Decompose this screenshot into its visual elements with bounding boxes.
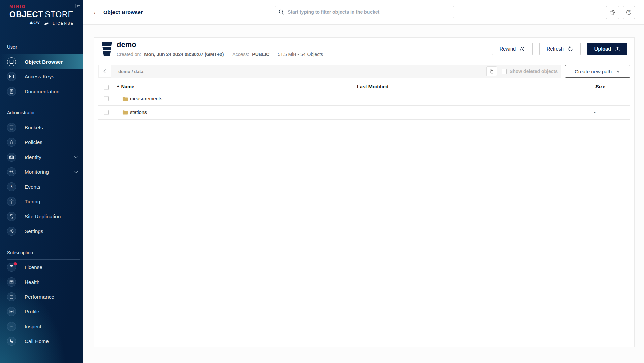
license-word: LICENSE — [53, 22, 74, 25]
settings-button[interactable] — [606, 6, 619, 19]
brand-wordmark: MINIO — [9, 4, 74, 9]
object-browser-icon — [7, 57, 16, 66]
bucket-actions: Rewind Refresh Upload — [492, 43, 627, 55]
copy-path-button[interactable] — [486, 66, 497, 76]
show-deleted-checkbox[interactable] — [502, 69, 507, 74]
select-all-checkbox[interactable] — [104, 85, 109, 90]
sidebar-item-object-browser[interactable]: Object Browser — [0, 54, 83, 69]
size-cell: - — [594, 110, 596, 115]
tiering-icon — [7, 197, 16, 206]
help-button[interactable]: ? — [623, 6, 635, 19]
upload-label: Upload — [594, 46, 611, 52]
sidebar-item-tiering[interactable]: Tiering — [0, 194, 83, 209]
license-icon — [7, 263, 16, 272]
license-alert-dot — [14, 262, 17, 265]
product-title: OBJECTSTORE — [9, 10, 74, 19]
gear-icon — [610, 9, 616, 15]
upload-button[interactable]: Upload — [587, 43, 627, 55]
show-deleted-toggle: Show deleted objects — [502, 69, 558, 74]
sidebar-item-performance[interactable]: Performance — [0, 289, 83, 304]
section-title-subscription: Subscription — [7, 249, 83, 256]
new-path-icon — [615, 69, 620, 74]
inspect-icon — [7, 322, 16, 331]
sidebar-item-site-replication[interactable]: Site Replication — [0, 209, 83, 224]
section-title-user: User — [7, 44, 83, 51]
show-deleted-label: Show deleted objects — [510, 69, 558, 74]
policies-icon — [7, 138, 16, 147]
sidebar-nav: User Object Browser Access Keys Document… — [0, 42, 83, 349]
search-input[interactable] — [275, 6, 454, 18]
content-area: demo Created on: Mon, Jun 24 2024 08:30:… — [83, 25, 644, 363]
sidebar-item-label: Events — [25, 184, 40, 190]
sidebar-item-label: License — [25, 264, 42, 270]
row-checkbox[interactable] — [104, 110, 109, 115]
sidebar-item-label: Settings — [25, 228, 43, 234]
call-home-phone-icon — [7, 337, 16, 346]
sidebar-item-policies[interactable]: Policies — [0, 135, 83, 150]
rewind-button[interactable]: Rewind — [492, 43, 533, 55]
bucket-name: demo — [117, 40, 136, 49]
sidebar-item-profile[interactable]: Profile — [0, 304, 83, 319]
upload-icon — [615, 46, 620, 52]
breadcrumb[interactable]: demo / data — [118, 69, 143, 74]
chevron-down-icon[interactable] — [74, 155, 78, 158]
sidebar-item-label: Inspect — [25, 324, 41, 329]
sidebar-item-license[interactable]: License — [0, 260, 83, 274]
copy-icon — [489, 69, 494, 74]
sidebar-item-label: Object Browser — [25, 59, 63, 65]
object-name-cell[interactable]: measurements — [122, 96, 162, 101]
site-replication-icon — [7, 212, 16, 221]
search-icon — [278, 9, 284, 15]
sidebar-item-label: Monitoring — [25, 169, 49, 175]
column-header-name[interactable]: ▲ Name — [117, 84, 134, 89]
table-row-stations[interactable]: stations - — [98, 106, 630, 120]
objects-table: ▲ Name Last Modified Size measurements - — [98, 83, 630, 120]
created-value: Mon, Jun 24 2024 08:30:07 (GMT+2) — [144, 52, 224, 57]
sidebar-item-label: Performance — [25, 294, 54, 300]
events-lambda-icon: λ — [7, 182, 16, 191]
license-badges: AGPL LICENSE — [9, 21, 74, 26]
create-new-path-button[interactable]: Create new path — [565, 65, 630, 78]
sidebar-item-events[interactable]: λ Events — [0, 179, 83, 194]
bucket-meta: Created on: Mon, Jun 24 2024 08:30:07 (G… — [117, 52, 323, 57]
swoosh-icon — [44, 22, 49, 25]
sidebar-item-identity[interactable]: Identity — [0, 150, 83, 164]
refresh-button[interactable]: Refresh — [539, 43, 581, 55]
sort-asc-icon: ▲ — [117, 84, 119, 87]
table-row-measurements[interactable]: measurements - — [98, 92, 630, 106]
sidebar-item-monitoring[interactable]: Monitoring — [0, 164, 83, 179]
row-checkbox[interactable] — [104, 96, 109, 101]
path-back-button[interactable] — [98, 65, 111, 78]
agpl-badge: AGPL — [29, 21, 41, 26]
sidebar-item-call-home[interactable]: Call Home — [0, 334, 83, 349]
topbar-actions: ? — [606, 6, 635, 19]
sidebar-item-health[interactable]: Health — [0, 274, 83, 289]
topbar: ← Object Browser ? — [83, 0, 644, 25]
sidebar-item-inspect[interactable]: Inspect — [0, 319, 83, 334]
chevron-left-icon — [102, 68, 108, 74]
sidebar-item-access-keys[interactable]: Access Keys — [0, 69, 83, 84]
documentation-icon — [7, 87, 16, 96]
access-keys-icon — [7, 72, 16, 81]
column-header-size[interactable]: Size — [595, 84, 605, 89]
collapse-sidebar-icon[interactable] — [74, 2, 81, 9]
created-label: Created on: — [117, 52, 141, 57]
create-path-label: Create new path — [575, 69, 612, 74]
sidebar-item-settings[interactable]: Settings — [0, 224, 83, 238]
chevron-down-icon[interactable] — [74, 169, 78, 173]
sidebar-item-label: Tiering — [25, 199, 40, 204]
sidebar-item-documentation[interactable]: Documentation — [0, 84, 83, 99]
sidebar-item-buckets[interactable]: Buckets — [0, 120, 83, 135]
column-header-last-modified[interactable]: Last Modified — [357, 84, 388, 89]
sidebar: MINIO OBJECTSTORE AGPL LICENSE User Obje… — [0, 0, 83, 363]
settings-gear-icon — [7, 227, 16, 236]
refresh-label: Refresh — [547, 46, 564, 52]
access-value[interactable]: PUBLIC — [252, 52, 269, 57]
sidebar-item-label: Policies — [25, 139, 42, 145]
rewind-label: Rewind — [500, 46, 516, 52]
back-arrow-icon[interactable]: ← — [93, 9, 99, 16]
object-name-cell[interactable]: stations — [122, 110, 147, 115]
sidebar-item-label: Health — [25, 279, 40, 285]
help-icon: ? — [626, 9, 632, 15]
bucket-icon — [101, 42, 112, 58]
